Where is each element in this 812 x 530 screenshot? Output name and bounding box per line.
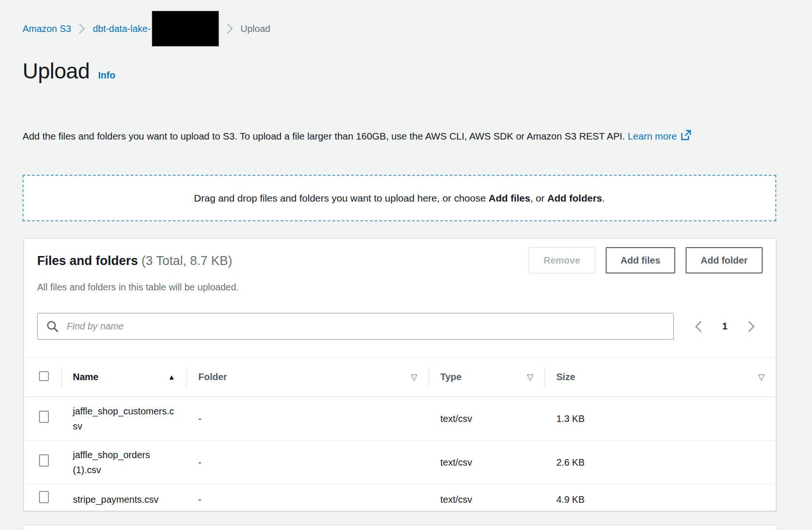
s3-upload-page: Amazon S3 dbt-data-lake- Upload Upload I… — [0, 0, 812, 530]
table-row: jaffle_shop_orders (1).csv - text/csv 2.… — [24, 441, 776, 484]
add-files-button[interactable]: Add files — [606, 247, 675, 273]
pagination: 1 — [695, 320, 763, 333]
cell-name: jaffle_shop_orders (1).csv — [61, 441, 187, 484]
column-header-size[interactable]: Size ▽ — [545, 358, 776, 397]
search-row: 1 — [37, 313, 763, 340]
search-box — [37, 313, 674, 340]
dropzone-text: Drag and drop files and folders you want… — [194, 193, 605, 204]
cell-type: text/csv — [429, 397, 545, 441]
page-title: Upload — [23, 58, 90, 84]
files-and-folders-panel: Files and folders (3 Total, 8.7 KB) All … — [23, 238, 776, 511]
cell-size: 1.3 KB — [545, 397, 776, 441]
panel-actions: Remove Add files Add folder — [529, 247, 763, 273]
column-label-name: Name — [73, 372, 98, 382]
row-checkbox[interactable] — [39, 454, 49, 467]
page-title-row: Upload Info — [23, 58, 115, 84]
cell-folder: - — [187, 441, 429, 484]
row-checkbox[interactable] — [39, 411, 49, 423]
select-all-checkbox[interactable] — [39, 371, 49, 381]
sortable-down-icon: ▽ — [527, 372, 533, 382]
column-header-type[interactable]: Type ▽ — [429, 358, 545, 397]
cell-name: jaffle_shop_customers.csv — [61, 397, 187, 441]
description-text: Add the files and folders you want to up… — [23, 131, 625, 141]
cell-folder: - — [187, 484, 429, 514]
breadcrumb-chevron-icon — [226, 23, 233, 35]
column-label-size: Size — [556, 372, 575, 382]
breadcrumb: Amazon S3 dbt-data-lake- Upload — [23, 10, 270, 47]
column-header-folder[interactable]: Folder ▽ — [187, 358, 429, 397]
sortable-down-icon: ▽ — [411, 372, 417, 382]
select-all-header-cell — [24, 358, 61, 397]
column-header-name[interactable]: Name ▲ — [61, 358, 187, 397]
column-label-folder: Folder — [198, 372, 227, 382]
table-row: stripe_payments.csv - text/csv 4.9 KB — [24, 484, 776, 514]
panel-title: Files and folders (3 Total, 8.7 KB) — [37, 254, 232, 268]
panel-title-text: Files and folders — [37, 254, 138, 268]
next-page-button[interactable] — [747, 320, 755, 333]
panel-subtitle: All files and folders in this table will… — [37, 282, 239, 293]
page-description: Add the files and folders you want to up… — [23, 127, 705, 146]
add-folder-button[interactable]: Add folder — [686, 247, 763, 273]
files-table: Name ▲ Folder ▽ Type ▽ — [24, 357, 776, 514]
remove-button[interactable]: Remove — [529, 247, 595, 273]
cell-type: text/csv — [429, 441, 545, 484]
drag-drop-zone[interactable]: Drag and drop files and folders you want… — [23, 175, 776, 221]
row-checkbox[interactable] — [39, 491, 49, 503]
external-link-icon — [680, 129, 692, 146]
redacted-bucket-name — [152, 11, 219, 47]
breadcrumb-amazon-s3-link[interactable]: Amazon S3 — [23, 23, 71, 34]
panel-count-value: (3 Total, 8.7 KB) — [141, 254, 232, 268]
learn-more-link[interactable]: Learn more — [628, 131, 677, 141]
table-row: jaffle_shop_customers.csv - text/csv 1.3… — [24, 397, 776, 441]
sort-ascending-icon: ▲ — [168, 373, 175, 382]
search-icon — [46, 320, 59, 333]
next-panel-edge — [23, 525, 776, 530]
cell-size: 2.6 KB — [545, 441, 776, 484]
cell-name: stripe_payments.csv — [61, 484, 187, 514]
breadcrumb-chevron-icon — [78, 23, 85, 35]
previous-page-button[interactable] — [695, 320, 703, 333]
cell-folder: - — [187, 397, 429, 441]
breadcrumb-bucket-link[interactable]: dbt-data-lake- — [93, 23, 150, 34]
current-page-number[interactable]: 1 — [722, 321, 727, 332]
breadcrumb-current-upload: Upload — [241, 23, 270, 34]
column-label-type: Type — [440, 372, 461, 382]
table-header-row: Name ▲ Folder ▽ Type ▽ — [24, 358, 776, 397]
info-link[interactable]: Info — [98, 70, 116, 81]
sortable-down-icon: ▽ — [758, 372, 765, 382]
cell-type: text/csv — [429, 484, 545, 514]
cell-size: 4.9 KB — [545, 484, 776, 514]
search-input[interactable] — [66, 320, 665, 332]
